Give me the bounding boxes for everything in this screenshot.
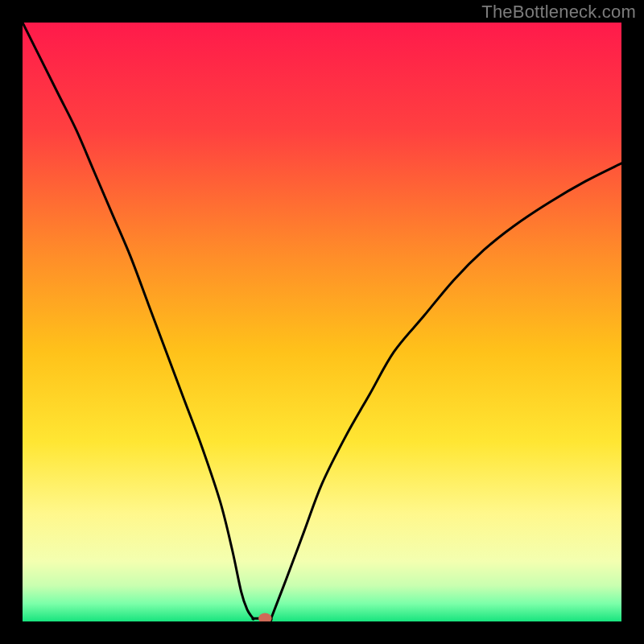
chart-svg: [23, 23, 621, 621]
watermark-text: TheBottleneck.com: [481, 2, 636, 23]
outer-frame: TheBottleneck.com: [0, 0, 644, 644]
gradient-background: [23, 23, 621, 621]
plot-area: [23, 23, 621, 621]
